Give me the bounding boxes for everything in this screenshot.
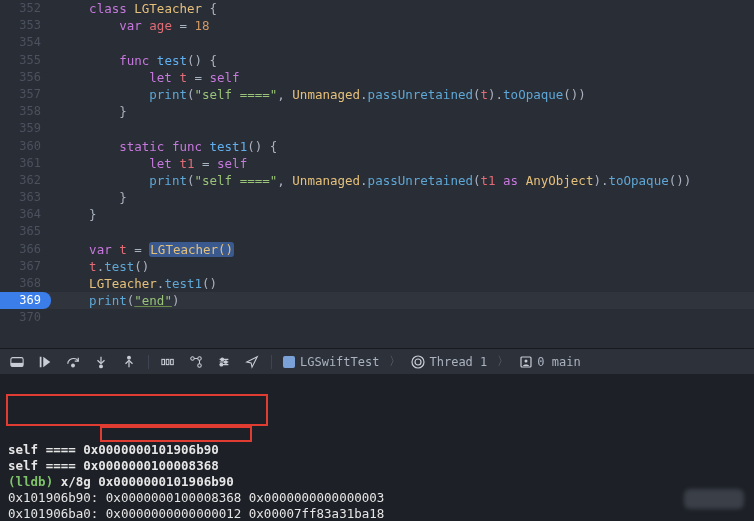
- code-line[interactable]: 352 class LGTeacher {: [0, 0, 754, 17]
- svg-point-3: [72, 364, 75, 367]
- console-line: self ==== 0x0000000101906b90: [8, 442, 746, 458]
- code-line[interactable]: 363 }: [0, 189, 754, 206]
- code-line[interactable]: 365: [0, 223, 754, 240]
- line-number[interactable]: 368: [0, 275, 55, 292]
- code-line[interactable]: 359: [0, 120, 754, 137]
- line-number[interactable]: 353: [0, 17, 55, 34]
- code-content: static func test1() {: [55, 138, 277, 155]
- line-number[interactable]: 359: [0, 120, 55, 137]
- line-number[interactable]: 354: [0, 34, 55, 51]
- code-editor[interactable]: 352 class LGTeacher {353 var age = 18354…: [0, 0, 754, 348]
- svg-rect-2: [40, 356, 42, 367]
- toolbar-separator: [148, 355, 149, 369]
- code-line[interactable]: 362 print("self ====", Unmanaged.passUnr…: [0, 172, 754, 189]
- view-hierarchy-icon[interactable]: [187, 353, 205, 371]
- svg-point-5: [128, 356, 131, 359]
- code-content: LGTeacher.test1(): [55, 275, 217, 292]
- svg-point-10: [198, 356, 202, 360]
- code-content: [55, 120, 59, 137]
- code-content: let t = self: [55, 69, 240, 86]
- code-content: }: [55, 103, 127, 120]
- code-content: }: [55, 206, 97, 223]
- code-line[interactable]: 354: [0, 34, 754, 51]
- line-number[interactable]: 356: [0, 69, 55, 86]
- line-number[interactable]: 364: [0, 206, 55, 223]
- console-line: 0x101906b90: 0x0000000100008368 0x000000…: [8, 490, 746, 506]
- code-content: t.test(): [55, 258, 149, 275]
- code-line[interactable]: 360 static func test1() {: [0, 138, 754, 155]
- line-number[interactable]: 370: [0, 309, 55, 326]
- thread-label: Thread 1: [429, 355, 487, 369]
- step-into-icon[interactable]: [92, 353, 110, 371]
- line-number[interactable]: 362: [0, 172, 55, 189]
- svg-point-17: [412, 356, 424, 368]
- breakpoint-gutter[interactable]: 369: [0, 292, 51, 309]
- line-number[interactable]: 365: [0, 223, 55, 240]
- svg-rect-15: [283, 356, 295, 368]
- code-content: let t1 = self: [55, 155, 247, 172]
- code-content: print("end"): [55, 292, 179, 309]
- line-number[interactable]: 355: [0, 52, 55, 69]
- svg-point-13: [224, 360, 227, 363]
- svg-rect-1: [11, 362, 23, 366]
- memory-graph-icon[interactable]: [159, 353, 177, 371]
- code-line[interactable]: 366 var t = LGTeacher(): [0, 241, 754, 258]
- code-content: var age = 18: [55, 17, 210, 34]
- code-line[interactable]: 356 let t = self: [0, 69, 754, 86]
- code-line[interactable]: 368 LGTeacher.test1(): [0, 275, 754, 292]
- target-label: LGSwiftTest: [300, 355, 379, 369]
- frame-crumb[interactable]: 0 main: [519, 355, 580, 369]
- thread-crumb[interactable]: Thread 1: [411, 355, 487, 369]
- svg-rect-6: [162, 359, 165, 364]
- line-number[interactable]: 358: [0, 103, 55, 120]
- line-number[interactable]: 352: [0, 0, 55, 17]
- toolbar-separator: [271, 355, 272, 369]
- code-content: print("self ====", Unmanaged.passUnretai…: [55, 86, 586, 103]
- code-content: var t = LGTeacher(): [55, 241, 234, 258]
- target-crumb[interactable]: LGSwiftTest: [282, 355, 379, 369]
- console-line: (lldb) x/8g 0x0000000101906b90: [8, 474, 746, 490]
- debug-console[interactable]: self ==== 0x0000000101906b90self ==== 0x…: [0, 374, 754, 521]
- code-line[interactable]: 370: [0, 309, 754, 326]
- environment-overrides-icon[interactable]: [215, 353, 233, 371]
- watermark: [684, 489, 744, 509]
- hide-debug-area-icon[interactable]: [8, 353, 26, 371]
- code-content: [55, 309, 59, 326]
- line-number[interactable]: 367: [0, 258, 55, 275]
- line-number[interactable]: 366: [0, 241, 55, 258]
- svg-point-16: [415, 359, 421, 365]
- line-number[interactable]: 360: [0, 138, 55, 155]
- annotation-box: [6, 394, 268, 426]
- code-line[interactable]: 353 var age = 18: [0, 17, 754, 34]
- code-line[interactable]: 357 print("self ====", Unmanaged.passUnr…: [0, 86, 754, 103]
- svg-point-4: [100, 365, 103, 368]
- console-line: self ==== 0x0000000100008368: [8, 458, 746, 474]
- step-over-icon[interactable]: [64, 353, 82, 371]
- app-icon: [282, 355, 296, 369]
- svg-point-19: [525, 359, 528, 362]
- debug-toolbar: LGSwiftTest 〉 Thread 1 〉 0 main: [0, 348, 754, 374]
- continue-icon[interactable]: [36, 353, 54, 371]
- location-icon[interactable]: [243, 353, 261, 371]
- line-number[interactable]: 363: [0, 189, 55, 206]
- code-content: [55, 34, 59, 51]
- console-line: 0x101906ba0: 0x0000000000000012 0x00007f…: [8, 506, 746, 521]
- code-line[interactable]: 369 print("end"): [0, 292, 754, 309]
- code-line[interactable]: 358 }: [0, 103, 754, 120]
- svg-point-9: [191, 356, 195, 360]
- frame-icon: [519, 355, 533, 369]
- chevron-right-icon: 〉: [389, 353, 401, 370]
- step-out-icon[interactable]: [120, 353, 138, 371]
- code-line[interactable]: 355 func test() {: [0, 52, 754, 69]
- line-number[interactable]: 357: [0, 86, 55, 103]
- svg-point-12: [221, 358, 224, 361]
- svg-rect-8: [171, 359, 174, 364]
- code-line[interactable]: 364 }: [0, 206, 754, 223]
- line-number[interactable]: 361: [0, 155, 55, 172]
- code-line[interactable]: 367 t.test(): [0, 258, 754, 275]
- annotation-box: [100, 426, 252, 442]
- svg-point-11: [198, 363, 202, 367]
- code-line[interactable]: 361 let t1 = self: [0, 155, 754, 172]
- code-content: [55, 223, 59, 240]
- svg-rect-7: [166, 359, 169, 364]
